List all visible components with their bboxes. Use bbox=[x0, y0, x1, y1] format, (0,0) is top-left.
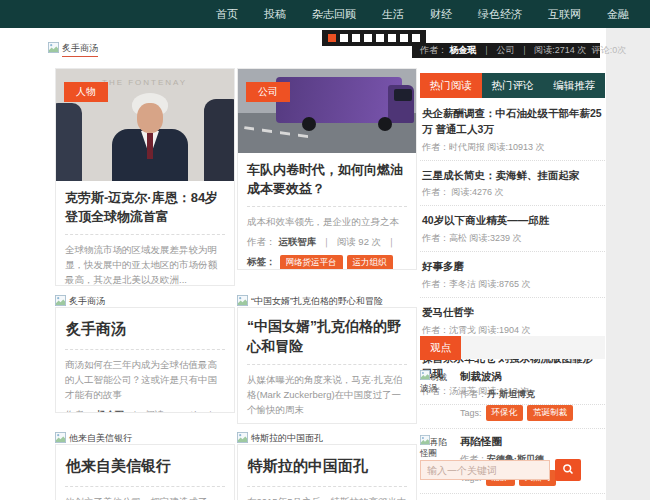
carousel-dot[interactable] bbox=[412, 34, 420, 42]
carousel-dot[interactable] bbox=[352, 34, 360, 42]
nav-submit[interactable]: 投稿 bbox=[251, 0, 299, 28]
article-card: THE FONTENAY 人物 克劳斯-迈克尔·库恩：84岁登顶全球物流首富 全… bbox=[55, 68, 235, 286]
article-meta: 作者： 纽约时报中文网 ｜ 阅读 25850 次 ｜ bbox=[238, 421, 416, 424]
carousel-dot[interactable] bbox=[340, 34, 348, 42]
featured-category[interactable]: 公司 bbox=[496, 45, 514, 55]
author-label: 作者： bbox=[420, 45, 447, 55]
article-title[interactable]: “中国女婿”扎克伯格的野心和冒险 bbox=[238, 308, 416, 361]
opinion-broken-thumb[interactable]: 制裁波涡 bbox=[420, 370, 454, 421]
tag[interactable]: 运力组织 bbox=[347, 255, 393, 270]
hot-item-meta: 作者： 阅读:4276 次 bbox=[422, 186, 603, 199]
hot-item-title[interactable]: 40岁以下商业精英——邱胜 bbox=[422, 213, 603, 229]
article-card: 他来自美信银行 他创立了美信公司，把它建造成了一个信用卡帝国，并按照自己的意志一… bbox=[55, 444, 235, 500]
featured-reads: 阅读:2714 次 bbox=[534, 45, 586, 55]
divider bbox=[247, 206, 407, 207]
tag[interactable]: 网络货运平台 bbox=[280, 255, 343, 270]
hot-item-meta: 作者：高松 阅读:3239 次 bbox=[422, 232, 603, 245]
top-navbar: 首页 投稿 杂志回顾 生活 财经 绿色经济 互联网 金融 bbox=[0, 0, 650, 28]
featured-meta-bar: 作者： 杨金珉 ｜ 公司 ｜ 阅读:2714 次 评论:0次 bbox=[412, 43, 600, 58]
opinion-tags: Tags: 环保化 荒诞制裁 bbox=[460, 405, 605, 421]
page-right-margin bbox=[606, 28, 650, 500]
carousel-dot[interactable] bbox=[328, 34, 336, 42]
carousel-dot[interactable] bbox=[364, 34, 372, 42]
nav-archive[interactable]: 杂志回顾 bbox=[299, 0, 369, 28]
divider bbox=[65, 349, 225, 350]
opinion-title[interactable]: 制裁波涡 bbox=[460, 370, 605, 384]
featured-author[interactable]: 杨金珉 bbox=[450, 45, 477, 55]
article-excerpt: 成本和效率领先，是企业的立身之本 bbox=[238, 210, 416, 233]
tag[interactable]: 荒诞制裁 bbox=[527, 405, 573, 421]
carousel-dot[interactable] bbox=[376, 34, 384, 42]
photo-figure bbox=[147, 133, 153, 159]
search-icon bbox=[562, 463, 574, 478]
article-reads: 阅读 2714 次 bbox=[145, 409, 200, 413]
carousel-dots-bar bbox=[322, 30, 426, 46]
photo-figure bbox=[204, 99, 234, 181]
divider bbox=[247, 486, 407, 487]
photo-figure bbox=[137, 103, 163, 133]
search-button[interactable] bbox=[555, 459, 581, 481]
hot-item-meta: 作者：李冬洁 阅读:8765 次 bbox=[422, 278, 603, 291]
hot-read-item[interactable]: 三星成长简史：卖海鲜、挂面起家 作者： 阅读:4276 次 bbox=[420, 161, 605, 207]
article-excerpt: 商汤如何在三年内成为全球估值最高的人工智能公司？这或许是只有中国才能有的故事 bbox=[56, 353, 234, 407]
nav-finance[interactable]: 财经 bbox=[417, 0, 465, 28]
photo-figure bbox=[56, 103, 82, 181]
truck-windshield bbox=[394, 89, 412, 101]
article-title[interactable]: 他来自美信银行 bbox=[56, 445, 234, 483]
tab-editor-picks[interactable]: 编辑推荐 bbox=[543, 73, 605, 98]
article-excerpt: 从媒体曝光的角度来说，马克·扎克伯格(Mark Zuckerberg)在中国度过… bbox=[238, 368, 416, 422]
truck-wheel bbox=[378, 117, 392, 131]
category-badge[interactable]: 人物 bbox=[64, 82, 108, 102]
banner-broken-image[interactable]: 炙手商汤 bbox=[48, 42, 98, 57]
article-title[interactable]: 特斯拉的中国面孔 bbox=[238, 445, 416, 483]
hot-item-title[interactable]: 三星成长简史：卖海鲜、挂面起家 bbox=[422, 168, 603, 184]
nav-green-economy[interactable]: 绿色经济 bbox=[465, 0, 535, 28]
article-excerpt: 他创立了美信公司，把它建造成了一个信用卡帝国，并按照自己的意志一直经营了12年 bbox=[56, 490, 234, 500]
article-author[interactable]: 杨金珉 bbox=[96, 409, 125, 413]
sidebar-search bbox=[420, 459, 605, 481]
carousel-dot[interactable] bbox=[388, 34, 396, 42]
nav-home[interactable]: 首页 bbox=[203, 0, 251, 28]
tab-hot-reads[interactable]: 热门阅读 bbox=[420, 73, 482, 98]
article-excerpt: 全球物流市场的区域发展差异较为明显，快发展中的亚太地区的市场份额最高，其次是北美… bbox=[56, 238, 234, 286]
divider bbox=[65, 486, 225, 487]
article-reads: 阅读 92 次 bbox=[337, 236, 381, 247]
article-tags: 标签： 网络货运平台 运力组织 bbox=[238, 252, 416, 270]
opinion-title[interactable]: 再陷怪圈 bbox=[460, 435, 605, 449]
opinion-author: 作者：丹·斯坦博克 bbox=[460, 388, 605, 401]
hot-read-item[interactable]: 央企薪酬调查：中石油处级干部年薪25万 普通工人3万 作者：时代周报 阅读:10… bbox=[420, 99, 605, 161]
article-excerpt: 在2015年5月之后，特斯拉的高管当中出现了一张中国面孔。此人与穆斯克相识超过2… bbox=[238, 490, 416, 500]
divider bbox=[65, 234, 225, 235]
truck-wheel bbox=[302, 117, 316, 131]
article-card: 炙手商汤 商汤如何在三年内成为全球估值最高的人工智能公司？这或许是只有中国才能有… bbox=[55, 307, 235, 413]
broken-image-icon bbox=[420, 372, 430, 382]
article-card: 公司 车队内卷时代，如何向燃油成本要效益？ 成本和效率领先，是企业的立身之本 作… bbox=[237, 68, 417, 270]
featured-comments: 评论:0次 bbox=[592, 45, 627, 55]
category-badge[interactable]: 公司 bbox=[246, 82, 290, 102]
article-title[interactable]: 车队内卷时代，如何向燃油成本要效益？ bbox=[238, 153, 416, 203]
hot-read-item[interactable]: 40岁以下商业精英——邱胜 作者：高松 阅读:3239 次 bbox=[420, 206, 605, 252]
article-author[interactable]: 运联智库 bbox=[278, 236, 316, 247]
banner-alt-text[interactable]: 炙手商汤 bbox=[62, 42, 98, 57]
hot-read-item[interactable]: 好事多磨 作者：李冬洁 阅读:8765 次 bbox=[420, 252, 605, 298]
article-title[interactable]: 炙手商汤 bbox=[56, 308, 234, 346]
carousel-dot[interactable] bbox=[400, 34, 408, 42]
tag[interactable]: 环保化 bbox=[486, 405, 524, 421]
article-meta: 作者： 杨金珉 ｜ 阅读 2714 次 ｜ bbox=[56, 406, 234, 413]
tab-opinion[interactable]: 观点 bbox=[420, 336, 461, 360]
photo-background-text: THE FONTENAY bbox=[102, 78, 187, 87]
nav-banking[interactable]: 金融 bbox=[594, 0, 642, 28]
hot-item-title[interactable]: 央企薪酬调查：中石油处级干部年薪25万 普通工人3万 bbox=[422, 106, 603, 138]
broken-image-icon bbox=[420, 437, 430, 447]
opinion-header: 观点 bbox=[420, 336, 605, 359]
nav-internet[interactable]: 互联网 bbox=[535, 0, 594, 28]
nav-life[interactable]: 生活 bbox=[369, 0, 417, 28]
tab-hot-comments[interactable]: 热门评论 bbox=[482, 73, 544, 98]
search-input[interactable] bbox=[420, 460, 550, 480]
hot-item-title[interactable]: 爱马仕哲学 bbox=[422, 305, 603, 321]
article-title[interactable]: 克劳斯-迈克尔·库恩：84岁登顶全球物流首富 bbox=[56, 181, 234, 231]
broken-image-icon bbox=[48, 42, 59, 55]
hot-item-meta: 作者：沈霄戈 阅读:1904 次 bbox=[422, 324, 603, 337]
opinion-item: 制裁波涡 制裁波涡 作者：丹·斯坦博克 Tags: 环保化 荒诞制裁 bbox=[420, 364, 605, 429]
hot-item-title[interactable]: 好事多磨 bbox=[422, 259, 603, 275]
